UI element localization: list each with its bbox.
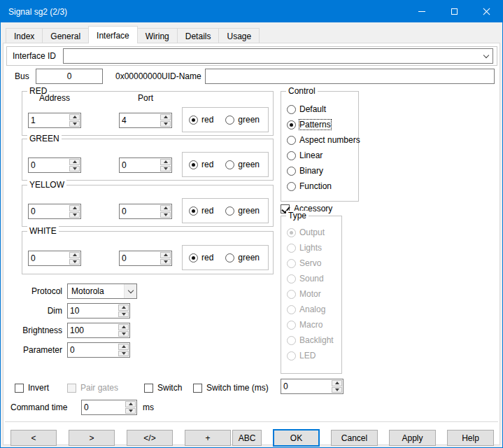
green-gate-red-radio[interactable]: red <box>189 160 213 169</box>
spin-buttons <box>160 251 171 265</box>
interface-id-combobox[interactable] <box>63 48 493 64</box>
spin-down-icon[interactable] <box>332 387 342 393</box>
radio-label: Function <box>299 181 332 191</box>
green-port-spinner[interactable] <box>119 158 172 173</box>
spin-down-icon[interactable] <box>69 121 80 127</box>
add-button[interactable]: + <box>185 430 231 446</box>
yellow-gate-red-radio[interactable]: red <box>189 206 213 216</box>
switch-time-input[interactable] <box>281 379 331 393</box>
invert-checkbox[interactable]: Invert <box>15 383 49 393</box>
switch-time-checkbox[interactable]: Switch time (ms) <box>193 383 269 393</box>
cancel-button[interactable]: Cancel <box>331 430 378 446</box>
spin-up-icon[interactable] <box>118 324 129 330</box>
white-address-spinner[interactable] <box>28 251 81 266</box>
brightness-spinner[interactable] <box>67 323 130 338</box>
radio-label: red <box>201 115 213 125</box>
yellow-gate-green-radio[interactable]: green <box>225 206 260 216</box>
parameter-spinner[interactable] <box>67 342 130 358</box>
command-time-input[interactable] <box>82 400 125 414</box>
yellow-address-input[interactable] <box>29 204 69 218</box>
spin-down-icon[interactable] <box>69 259 80 265</box>
brightness-input[interactable] <box>68 323 118 337</box>
control-option-function[interactable]: Function <box>281 178 358 194</box>
spin-down-icon[interactable] <box>118 331 129 337</box>
control-option-linear[interactable]: Linear <box>281 148 358 163</box>
control-option-patterns[interactable]: Patterns <box>281 117 358 132</box>
dim-spinner[interactable] <box>67 303 130 318</box>
help-button[interactable]: Help <box>447 430 494 446</box>
white-gate-red-radio[interactable]: red <box>189 253 213 262</box>
tab-wiring[interactable]: Wiring <box>137 28 178 43</box>
code-button[interactable]: </> <box>127 430 173 446</box>
spin-up-icon[interactable] <box>69 252 80 258</box>
tab-bar: Index General Interface Wiring Details U… <box>6 25 259 43</box>
red-gate-green-radio[interactable]: green <box>225 115 260 125</box>
green-address-input[interactable] <box>29 158 69 172</box>
spin-up-icon[interactable] <box>160 114 171 120</box>
green-gate-green-radio[interactable]: green <box>225 160 260 169</box>
spin-up-icon[interactable] <box>69 114 80 120</box>
spin-up-icon[interactable] <box>332 380 342 386</box>
dim-input[interactable] <box>68 304 118 318</box>
spin-down-icon[interactable] <box>118 351 129 357</box>
tab-details[interactable]: Details <box>177 28 220 43</box>
spin-up-icon[interactable] <box>160 205 171 211</box>
green-address-spinner[interactable] <box>28 158 81 173</box>
ok-button[interactable]: OK <box>273 429 320 447</box>
abc-button[interactable]: ABC <box>232 430 262 446</box>
switch-time-spinner[interactable] <box>281 379 343 394</box>
tab-index[interactable]: Index <box>6 28 43 43</box>
red-gate-red-radio[interactable]: red <box>189 115 213 125</box>
apply-button[interactable]: Apply <box>389 430 436 446</box>
white-port-input[interactable] <box>120 251 160 265</box>
white-gate-green-radio[interactable]: green <box>225 253 260 262</box>
parameter-input[interactable] <box>68 343 118 357</box>
protocol-combobox[interactable]: Motorola <box>67 284 137 299</box>
prev-button[interactable]: < <box>10 430 57 446</box>
yellow-address-spinner[interactable] <box>28 204 81 219</box>
control-option-default[interactable]: Default <box>281 102 358 117</box>
command-time-spinner[interactable] <box>81 400 137 415</box>
spin-up-icon[interactable] <box>160 159 171 165</box>
spin-down-icon[interactable] <box>160 259 171 265</box>
next-button[interactable]: > <box>69 430 115 446</box>
spin-down-icon[interactable] <box>69 166 80 172</box>
spin-up-icon[interactable] <box>125 401 136 407</box>
yellow-port-input[interactable] <box>120 204 160 218</box>
red-address-spinner[interactable] <box>28 113 81 128</box>
spin-down-icon[interactable] <box>160 212 171 218</box>
tab-interface[interactable]: Interface <box>88 26 138 43</box>
spin-up-icon[interactable] <box>69 159 80 165</box>
spin-down-icon[interactable] <box>125 408 136 414</box>
spin-down-icon[interactable] <box>118 312 129 318</box>
red-port-input[interactable] <box>120 113 160 127</box>
spin-down-icon[interactable] <box>160 166 171 172</box>
tab-usage[interactable]: Usage <box>218 28 260 43</box>
spin-up-icon[interactable] <box>118 344 129 350</box>
red-address-input[interactable] <box>29 113 69 127</box>
switch-checkbox[interactable]: Switch <box>144 383 182 393</box>
yellow-port-spinner[interactable] <box>119 204 172 219</box>
tab-general[interactable]: General <box>42 28 89 43</box>
control-option-binary[interactable]: Binary <box>281 163 358 178</box>
yellow-gate-radio-panel: red green <box>182 198 269 223</box>
white-address-input[interactable] <box>29 251 69 265</box>
minimize-button[interactable] <box>406 1 438 22</box>
spin-up-icon[interactable] <box>69 205 80 211</box>
maximize-button[interactable] <box>438 1 470 22</box>
red-port-spinner[interactable] <box>119 113 172 128</box>
bus-input[interactable] <box>36 69 103 84</box>
chevron-down-icon[interactable] <box>480 49 493 63</box>
spin-down-icon[interactable] <box>160 121 171 127</box>
spin-up-icon[interactable] <box>160 252 171 258</box>
white-port-spinner[interactable] <box>119 251 172 266</box>
green-port-input[interactable] <box>120 158 160 172</box>
chevron-down-icon[interactable] <box>124 284 136 298</box>
radio-label: green <box>238 253 260 262</box>
control-option-aspect-numbers[interactable]: Aspect numbers <box>281 132 358 148</box>
checkbox-label: Pair gates <box>80 383 118 393</box>
spin-up-icon[interactable] <box>118 304 129 311</box>
spin-down-icon[interactable] <box>69 212 80 218</box>
close-button[interactable] <box>470 1 502 22</box>
uid-name-input[interactable] <box>205 69 495 84</box>
